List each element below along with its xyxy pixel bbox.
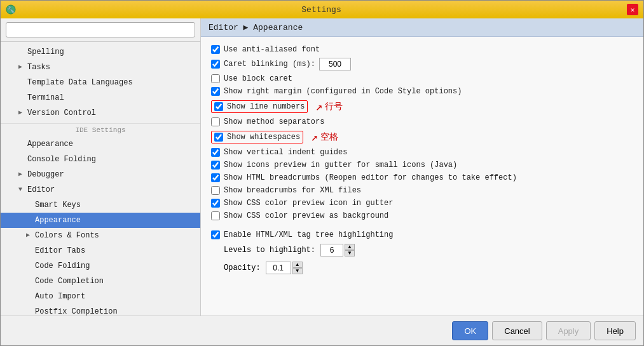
levels-row: Levels to highlight: ▲ ▼: [211, 241, 633, 259]
html-breadcrumbs-label: Show HTML breadcrumbs (Reopen editor for…: [224, 173, 517, 182]
right-margin-checkbox[interactable]: [211, 87, 220, 96]
html-breadcrumbs-checkbox[interactable]: [211, 173, 220, 182]
sidebar-item-code-folding[interactable]: Code Folding: [1, 258, 200, 274]
opacity-input[interactable]: [266, 262, 291, 274]
breadcrumb: Editor ▶ Appearance: [201, 18, 643, 37]
right-margin-label: Show right margin (configured in Code St…: [224, 87, 462, 96]
app-icon: 🔧: [6, 4, 16, 15]
icons-preview-label: Show icons preview in gutter for small i…: [224, 161, 457, 170]
icons-preview-row: Show icons preview in gutter for small i…: [211, 159, 633, 171]
sidebar-item-smart-keys[interactable]: Smart Keys: [1, 197, 200, 213]
help-button[interactable]: Help: [594, 321, 636, 340]
sidebar-item-label: Editor Tabs: [35, 244, 85, 257]
breadcrumbs-xml-checkbox[interactable]: [211, 186, 220, 195]
method-sep-row: Show method separators: [211, 116, 633, 128]
block-caret-label: Use block caret: [224, 74, 292, 83]
css-color-icon-checkbox[interactable]: [211, 199, 220, 208]
sidebar-item-editor-tabs[interactable]: Editor Tabs: [1, 243, 200, 258]
line-numbers-checkbox[interactable]: [214, 102, 223, 111]
arrow-icon: ▶: [18, 168, 25, 181]
css-color-bg-label: Show CSS color preview as background: [224, 211, 388, 220]
sidebar-item-spelling[interactable]: Spelling: [1, 44, 200, 60]
annotation-arrow-icon2: ↗: [311, 130, 318, 144]
icons-preview-checkbox[interactable]: [211, 161, 220, 170]
levels-spinner-buttons: ▲ ▼: [345, 244, 355, 256]
whitespaces-checkbox[interactable]: [214, 133, 223, 142]
sidebar-item-label: Editor: [27, 183, 55, 196]
right-margin-row: Show right margin (configured in Code St…: [211, 85, 633, 98]
sidebar-item-debugger[interactable]: ▶Debugger: [1, 167, 200, 182]
levels-up-button[interactable]: ▲: [345, 244, 355, 250]
method-sep-checkbox[interactable]: [211, 117, 220, 126]
sidebar-item-terminal[interactable]: Terminal: [1, 90, 200, 105]
sidebar-item-code-completion[interactable]: Code Completion: [1, 274, 200, 289]
sidebar-item-console-folding[interactable]: Console Folding: [1, 152, 200, 167]
whitespaces-row: Show whitespaces ↗ 空格: [211, 128, 633, 146]
html-breadcrumbs-row: Show HTML breadcrumbs (Reopen editor for…: [211, 171, 633, 184]
tree-area: Spelling ▶Tasks Template Data Languages …: [1, 42, 200, 316]
opacity-row: Opacity: ▲ ▼: [211, 259, 633, 277]
arrow-icon: ▶: [18, 61, 25, 74]
opacity-spinner-buttons: ▲ ▼: [292, 262, 303, 274]
breadcrumb-sep: ▶: [238, 23, 253, 32]
whitespaces-label: Show whitespaces: [227, 133, 300, 142]
annotation-text-line-numbers: 行号: [325, 101, 343, 112]
sidebar-item-label: Appearance: [35, 214, 81, 227]
opacity-label: Opacity:: [224, 263, 261, 272]
indent-guides-checkbox[interactable]: [211, 148, 220, 157]
gap: [211, 222, 633, 229]
settings-content: Use anti-aliased font Caret blinking (ms…: [201, 37, 643, 316]
left-panel: Spelling ▶Tasks Template Data Languages …: [1, 18, 201, 316]
right-panel: Editor ▶ Appearance Use anti-aliased fon…: [201, 18, 643, 316]
sidebar-item-label: Template Data Languages: [27, 76, 133, 89]
css-color-icon-row: Show CSS color preview icon in gutter: [211, 197, 633, 210]
apply-button[interactable]: Apply: [546, 321, 591, 340]
sidebar-item-label: Terminal: [27, 91, 64, 104]
sidebar-item-label: Appearance: [27, 138, 73, 150]
annotation-text-whitespaces: 空格: [320, 131, 338, 143]
anti-aliased-row: Use anti-aliased font: [211, 43, 633, 56]
arrow-icon: ▶: [18, 107, 25, 119]
anti-aliased-checkbox[interactable]: [211, 45, 220, 54]
sidebar-item-template[interactable]: Template Data Languages: [1, 75, 200, 90]
sidebar-item-version-control[interactable]: ▶Version Control: [1, 105, 200, 121]
sidebar-item-label: Console Folding: [27, 153, 96, 166]
caret-blinking-input[interactable]: [319, 58, 351, 70]
opacity-down-button[interactable]: ▼: [292, 268, 303, 274]
cancel-button[interactable]: Cancel: [492, 321, 542, 340]
breadcrumb-part2: Appearance: [253, 23, 303, 32]
title-bar: 🔧 Settings ✕: [1, 1, 643, 18]
ok-button[interactable]: OK: [452, 321, 488, 340]
sidebar-item-appearance-top[interactable]: Appearance: [1, 136, 200, 152]
sidebar-item-label: Spelling: [27, 46, 64, 58]
search-input[interactable]: [6, 22, 195, 37]
levels-down-button[interactable]: ▼: [345, 250, 355, 256]
sidebar-item-postfix[interactable]: Postfix Completion: [1, 304, 200, 316]
settings-window: 🔧 Settings ✕ Spelling ▶Tasks Template Da…: [0, 0, 644, 346]
sidebar-item-label: Colors & Fonts: [35, 229, 99, 242]
ide-settings-section: IDE Settings: [1, 123, 200, 136]
html-tag-tree-row: Enable HTML/XML tag tree highlighting: [211, 229, 633, 241]
arrow-icon: ▼: [18, 183, 25, 196]
sidebar-item-label: Debugger: [27, 168, 64, 181]
sidebar-item-appearance[interactable]: Appearance: [1, 213, 200, 228]
caret-blinking-checkbox[interactable]: [211, 60, 220, 69]
sidebar-item-colors-fonts[interactable]: ▶Colors & Fonts: [1, 228, 200, 243]
html-tag-tree-checkbox[interactable]: [211, 230, 220, 239]
sidebar-item-editor[interactable]: ▼Editor: [1, 182, 200, 197]
levels-input[interactable]: [320, 244, 343, 256]
close-button[interactable]: ✕: [627, 4, 638, 15]
sidebar-item-auto-import[interactable]: Auto Import: [1, 289, 200, 304]
block-caret-row: Use block caret: [211, 72, 633, 85]
sidebar-item-label: Version Control: [27, 107, 96, 119]
sidebar-item-label: Code Completion: [35, 275, 104, 288]
main-content: Spelling ▶Tasks Template Data Languages …: [1, 18, 643, 316]
anti-aliased-label: Use anti-aliased font: [224, 45, 320, 54]
opacity-up-button[interactable]: ▲: [292, 262, 303, 268]
css-color-bg-row: Show CSS color preview as background: [211, 210, 633, 222]
css-color-bg-checkbox[interactable]: [211, 211, 220, 220]
breadcrumbs-xml-row: Show breadcrumbs for XML files: [211, 184, 633, 197]
sidebar-item-tasks[interactable]: ▶Tasks: [1, 60, 200, 75]
block-caret-checkbox[interactable]: [211, 74, 220, 83]
opacity-spinner: ▲ ▼: [266, 262, 303, 274]
